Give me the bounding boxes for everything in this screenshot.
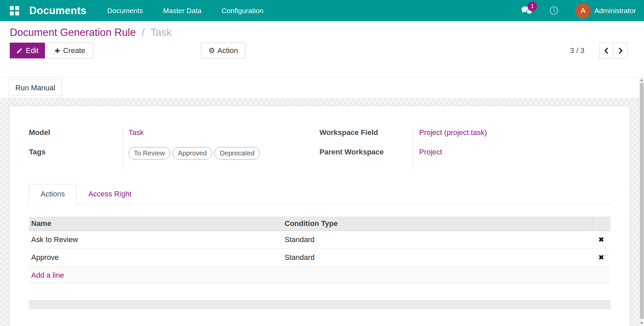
tag-pill: Deprecated <box>214 147 260 159</box>
delete-row-icon[interactable]: ✖ <box>598 254 604 261</box>
tags-field-label: Tags <box>29 147 122 167</box>
messages-button[interactable]: 1 <box>521 5 533 16</box>
tags-field-value: To Review Approved Deprecated <box>129 147 319 159</box>
add-a-line-link[interactable]: Add a line <box>29 267 610 284</box>
actions-list: Name Condition Type Ask to Review Standa… <box>29 217 610 284</box>
edit-button-label: Edit <box>26 46 39 55</box>
form-view-content: Model Tags Task To Review Approved Depre… <box>0 98 644 326</box>
vertical-scrollbar[interactable] <box>639 77 644 326</box>
plus-icon: ✚ <box>55 47 60 54</box>
list-header-row: Name Condition Type <box>29 217 610 231</box>
menu-master-data[interactable]: Master Data <box>162 5 202 17</box>
main-menu: Documents Master Data Configuration <box>107 5 264 17</box>
control-panel-buttons: Edit ✚ Create ⚙ Action 3 / 3 <box>10 43 634 58</box>
scrollbar-thumb[interactable] <box>640 83 644 319</box>
cell-name: Approve <box>29 253 285 262</box>
parent-workspace-label: Parent Workspace <box>319 147 413 167</box>
breadcrumb-separator: / <box>142 27 145 38</box>
table-row[interactable]: Ask to Review Standard ✖ <box>29 231 610 249</box>
parent-workspace-value-link[interactable]: Project <box>419 148 442 156</box>
user-avatar[interactable]: A <box>575 3 591 18</box>
action-button-label: Action <box>217 46 238 55</box>
create-button-label: Create <box>63 46 85 55</box>
column-header-name[interactable]: Name <box>29 219 285 228</box>
notebook-tabs: Actions Access Right <box>29 184 610 204</box>
cell-condition-type: Standard <box>285 253 592 262</box>
messages-count-badge: 1 <box>528 2 537 11</box>
table-row[interactable]: Approve Standard ✖ <box>29 249 610 267</box>
tag-pill: To Review <box>129 147 170 159</box>
documents-app-window: Documents Documents Master Data Configur… <box>0 0 644 326</box>
model-field-label: Model <box>29 128 122 147</box>
gear-icon: ⚙ <box>208 46 215 55</box>
chevron-left-icon <box>603 47 609 54</box>
cell-name: Ask to Review <box>29 235 285 244</box>
user-menu[interactable]: Administrator <box>594 7 636 15</box>
workspace-field-label: Workspace Field <box>319 128 413 147</box>
menu-configuration[interactable]: Configuration <box>221 5 264 17</box>
pager-previous-button[interactable] <box>599 43 613 58</box>
field-group-left: Model Tags Task To Review Approved Depre… <box>29 128 319 171</box>
edit-button[interactable]: Edit <box>10 43 45 58</box>
delete-row-icon[interactable]: ✖ <box>598 236 604 243</box>
column-header-condition-type[interactable]: Condition Type <box>285 219 592 228</box>
column-header-delete <box>592 217 610 231</box>
pager-counter: 3 / 3 <box>562 43 592 58</box>
model-field-value-link[interactable]: Task <box>129 128 144 137</box>
cell-condition-type: Standard <box>285 235 592 244</box>
activities-button[interactable] <box>549 6 558 15</box>
breadcrumb-current: Task <box>150 27 172 38</box>
tab-actions[interactable]: Actions <box>29 184 77 204</box>
tag-pill: Approved <box>172 147 212 159</box>
clock-icon <box>549 6 558 15</box>
top-navbar: Documents Documents Master Data Configur… <box>0 0 644 21</box>
run-manual-label: Run Manual <box>15 84 55 92</box>
app-brand-title[interactable]: Documents <box>29 5 87 17</box>
navbar-right-section: 1 A Administrator <box>521 3 636 18</box>
workspace-field-value-link[interactable]: Project (project.task) <box>419 128 487 137</box>
menu-documents[interactable]: Documents <box>107 5 144 17</box>
apps-menu-icon[interactable] <box>10 6 19 15</box>
breadcrumb: Document Generation Rule / Task <box>0 21 644 43</box>
pager-next-button[interactable] <box>613 43 628 58</box>
scrollbar-down-arrow[interactable] <box>640 322 643 324</box>
field-group-right: Workspace Field Parent Workspace Project… <box>319 128 610 171</box>
breadcrumb-parent-link[interactable]: Document Generation Rule <box>10 27 136 38</box>
form-statusbar: Run Manual <box>0 77 644 98</box>
scrollbar-up-arrow[interactable] <box>640 79 643 81</box>
form-sheet: Model Tags Task To Review Approved Depre… <box>9 106 630 326</box>
form-field-groups: Model Tags Task To Review Approved Depre… <box>29 128 610 171</box>
tab-access-right[interactable]: Access Right <box>77 184 143 204</box>
empty-list-header-strip <box>29 300 610 309</box>
create-button[interactable]: ✚ Create <box>47 43 93 58</box>
pencil-icon <box>16 47 23 54</box>
chevron-right-icon <box>617 47 624 54</box>
pager-buttons <box>599 43 628 58</box>
run-manual-button[interactable]: Run Manual <box>9 80 62 96</box>
action-dropdown-button[interactable]: ⚙ Action <box>201 43 245 58</box>
